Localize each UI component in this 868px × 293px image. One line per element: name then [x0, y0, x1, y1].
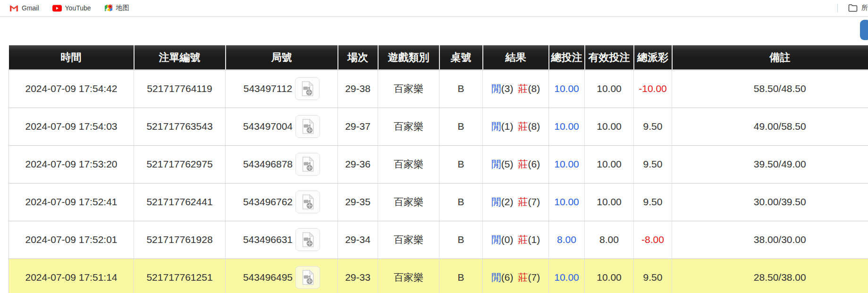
video-file-icon [300, 81, 315, 97]
cell-valid-bet: 10.00 [585, 108, 634, 145]
cell-total-bet: 10.00 [549, 259, 585, 293]
cell-game-type: 百家樂 [378, 145, 439, 183]
bookmark-maps[interactable]: 地图 [102, 2, 131, 14]
cell-bet-id: 521717761928 [134, 221, 226, 259]
cell-game-type: 百家樂 [378, 70, 439, 108]
column-header-round-id: 局號 [226, 45, 338, 70]
cell-bet-id: 521717762975 [134, 145, 226, 183]
table-row[interactable]: 2024-07-09 17:52:41 521717762441 5434967… [9, 183, 868, 221]
column-header-session: 場次 [338, 45, 378, 70]
player-result-label: 閒 [491, 159, 501, 169]
cell-session: 29-33 [338, 259, 378, 293]
bookmark-youtube[interactable]: YouTube [51, 2, 93, 14]
table-row[interactable]: 2024-07-09 17:52:01 521717761928 5434966… [9, 221, 868, 259]
table-header: 時間 注單編號 局號 場次 遊戲類別 桌號 結果 總投注 有效投注 總派彩 備註 [9, 45, 868, 70]
cell-session: 29-35 [338, 183, 378, 221]
cell-result: 閒(2)莊(7) [483, 183, 549, 221]
cell-session: 29-37 [338, 108, 378, 145]
cell-game-type: 百家樂 [378, 259, 439, 293]
cell-round-id: 543497112 [226, 70, 338, 108]
cell-table-no: B [439, 108, 483, 145]
video-replay-button[interactable] [295, 115, 320, 138]
column-header-result: 結果 [483, 45, 549, 70]
gmail-icon [9, 5, 18, 12]
table-row[interactable]: 2024-07-09 17:54:42 521717764119 5434971… [9, 70, 868, 108]
cell-session: 29-38 [338, 70, 378, 108]
video-replay-button[interactable] [295, 77, 320, 100]
column-header-time: 時間 [9, 45, 134, 70]
cell-session: 29-34 [338, 221, 378, 259]
cell-valid-bet: 10.00 [585, 183, 634, 221]
cell-valid-bet: 10.00 [585, 145, 634, 183]
cell-valid-bet: 8.00 [585, 221, 634, 259]
cell-table-no: B [439, 221, 483, 259]
cell-result: 閒(3)莊(8) [483, 70, 549, 108]
column-header-game-type: 遊戲類別 [378, 45, 439, 70]
bookmark-label: 地图 [116, 4, 129, 12]
maps-icon [104, 4, 113, 12]
cell-table-no: B [439, 183, 483, 221]
video-replay-button[interactable] [295, 266, 320, 289]
bookmark-label: Gmail [22, 4, 39, 12]
cell-game-type: 百家樂 [378, 183, 439, 221]
banker-result-label: 莊 [518, 234, 528, 245]
cell-time: 2024-07-09 17:52:41 [9, 183, 134, 221]
youtube-icon [52, 5, 62, 12]
cell-payout: 9.50 [634, 145, 672, 183]
all-bookmarks-folder[interactable]: 所 [848, 4, 868, 12]
cell-game-type: 百家樂 [378, 108, 439, 145]
column-header-table-no: 桌號 [439, 45, 483, 70]
column-header-bet-id: 注單編號 [134, 45, 226, 70]
cell-total-bet: 8.00 [549, 221, 585, 259]
player-result-label: 閒 [491, 83, 501, 94]
bookmarks-bar: Gmail YouTube 地图 [0, 0, 868, 17]
cell-remark: 28.50/38.00 [672, 259, 868, 293]
folder-icon [848, 4, 858, 12]
cell-payout: 9.50 [634, 259, 672, 293]
cell-valid-bet: 10.00 [585, 70, 634, 108]
cell-remark: 39.50/49.00 [672, 145, 868, 183]
cell-remark: 49.00/58.50 [672, 108, 868, 145]
column-header-remark: 備註 [672, 45, 868, 70]
cell-session: 29-36 [338, 145, 378, 183]
player-result-label: 閒 [491, 272, 501, 283]
banker-result-label: 莊 [518, 272, 528, 283]
cell-table-no: B [439, 259, 483, 293]
cell-payout: -8.00 [634, 221, 672, 259]
folder-label: 所 [861, 4, 868, 12]
column-header-valid-bet: 有效投注 [585, 45, 634, 70]
cell-bet-id: 521717761251 [134, 259, 226, 293]
cell-total-bet: 10.00 [549, 108, 585, 145]
cell-round-id: 543496631 [226, 221, 338, 259]
cell-bet-id: 521717764119 [134, 70, 226, 108]
cell-remark: 38.00/30.00 [672, 221, 868, 259]
cell-total-bet: 10.00 [549, 70, 585, 108]
video-replay-button[interactable] [295, 228, 320, 251]
video-file-icon [300, 269, 315, 285]
video-replay-button[interactable] [295, 191, 320, 213]
player-result-label: 閒 [491, 196, 501, 207]
cell-bet-id: 521717762441 [134, 183, 226, 221]
cell-time: 2024-07-09 17:54:42 [9, 70, 134, 108]
cell-result: 閒(6)莊(7) [483, 259, 549, 293]
cell-time: 2024-07-09 17:53:20 [9, 145, 134, 183]
cell-round-id: 543496495 [226, 259, 338, 293]
table-row[interactable]: 2024-07-09 17:54:03 521717763543 5434970… [9, 108, 868, 145]
cell-table-no: B [439, 145, 483, 183]
bet-history-table: 時間 注單編號 局號 場次 遊戲類別 桌號 結果 總投注 有效投注 總派彩 備註… [8, 45, 868, 293]
bookmarks-divider [837, 4, 838, 12]
video-replay-button[interactable] [295, 153, 320, 176]
table-row[interactable]: 2024-07-09 17:53:20 521717762975 5434968… [9, 145, 868, 183]
cell-payout: 9.50 [634, 183, 672, 221]
cell-result: 閒(5)莊(6) [483, 145, 549, 183]
player-result-label: 閒 [491, 234, 501, 245]
cell-remark: 30.00/39.50 [672, 183, 868, 221]
banker-result-label: 莊 [518, 83, 528, 94]
scrollbar-thumb[interactable] [860, 20, 868, 40]
bookmark-gmail[interactable]: Gmail [8, 2, 41, 14]
cell-table-no: B [439, 70, 483, 108]
cell-round-id: 543497004 [226, 108, 338, 145]
bookmark-label: YouTube [65, 4, 91, 12]
table-row[interactable]: 2024-07-09 17:51:14 521717761251 5434964… [9, 259, 868, 293]
cell-remark: 58.50/48.50 [672, 70, 868, 108]
